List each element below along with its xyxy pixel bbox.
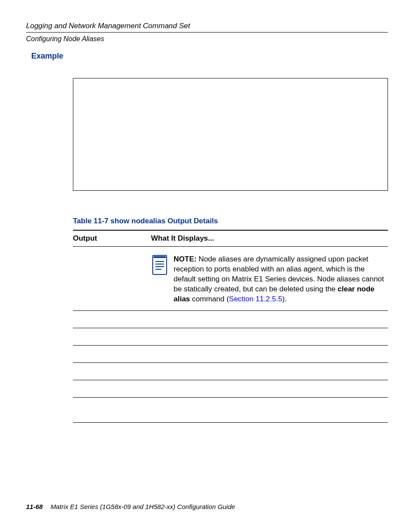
example-heading: Example <box>31 52 388 61</box>
header-title: Logging and Network Management Command S… <box>26 22 388 33</box>
note-label: NOTE: <box>174 255 197 263</box>
note-after-link: ). <box>282 295 286 303</box>
table-note-col1 <box>73 255 151 304</box>
table-caption: Table 11-7 show nodealias Output Details <box>73 217 388 225</box>
table-empty-row <box>73 398 388 423</box>
footer-page-number: 11-68 <box>26 503 43 510</box>
table-empty-row <box>73 346 388 363</box>
table-empty-row <box>73 328 388 346</box>
note-text: NOTE: Node aliases are dynamically assig… <box>174 255 388 304</box>
svg-rect-1 <box>154 256 166 258</box>
table-header-displays: What It Displays... <box>151 234 214 243</box>
page-footer: 11-68Matrix E1 Series (1G58x-09 and 1H58… <box>26 503 235 510</box>
table-header-output: Output <box>73 234 151 243</box>
table-note-row: NOTE: Node aliases are dynamically assig… <box>73 247 388 311</box>
table-note-col2: NOTE: Node aliases are dynamically assig… <box>151 255 388 304</box>
document-header: Logging and Network Management Command S… <box>26 22 388 43</box>
note-icon <box>151 255 168 275</box>
footer-text: Matrix E1 Series (1G58x-09 and 1H582-xx)… <box>50 503 235 510</box>
note-link[interactable]: Section 11.2.5.5 <box>229 295 283 303</box>
table-container: Table 11-7 show nodealias Output Details… <box>73 217 388 423</box>
code-box <box>73 78 388 191</box>
note-after-bold: command ( <box>190 295 229 303</box>
header-subtitle: Configuring Node Aliases <box>26 35 388 43</box>
svg-rect-0 <box>153 255 167 274</box>
table-empty-row <box>73 311 388 328</box>
table-empty-row <box>73 380 388 398</box>
table-header-row: Output What It Displays... <box>73 230 388 247</box>
table-empty-row <box>73 363 388 380</box>
